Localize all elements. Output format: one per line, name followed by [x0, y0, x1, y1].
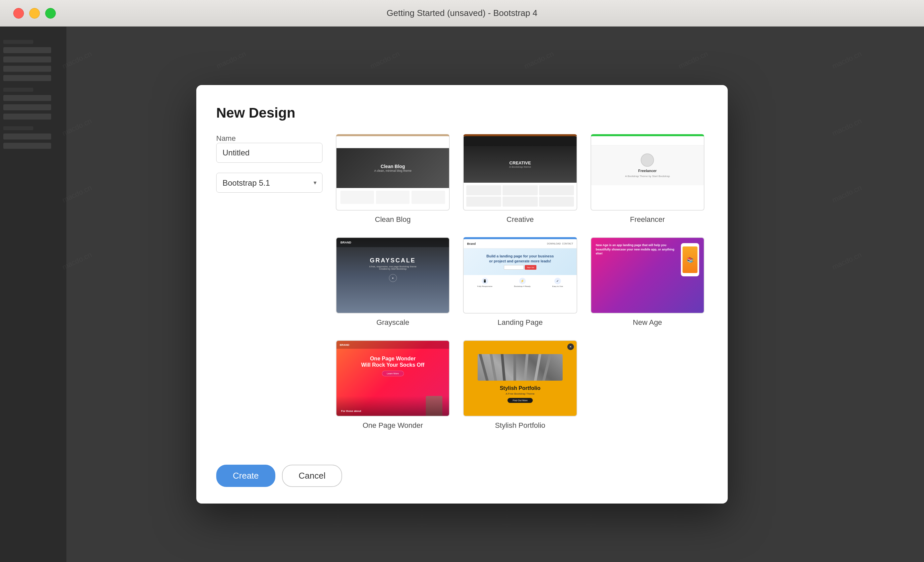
sidebar-item[interactable] — [3, 143, 51, 149]
template-item-clean-blog[interactable]: Clean Blog A clean, minimal blog theme C… — [336, 134, 450, 224]
template-thumb-newage[interactable]: New Age is an app landing page that will… — [591, 237, 705, 313]
sidebar-item[interactable] — [3, 75, 51, 81]
sidebar — [0, 27, 66, 562]
template-item-one-page-wonder[interactable]: BRAND One Page WonderWill Rock Your Sock… — [336, 340, 450, 430]
left-panel: Name Bootstrap 4 Bootstrap 5.1 Bootstrap… — [216, 134, 322, 455]
template-thumb-stylish-portfolio[interactable]: ✕ — [463, 340, 577, 417]
sidebar-item[interactable] — [3, 57, 51, 63]
sidebar-section — [3, 126, 33, 130]
template-grid-panel[interactable]: Clean Blog A clean, minimal blog theme C… — [336, 134, 708, 455]
sidebar-item[interactable] — [3, 114, 51, 120]
sidebar-item[interactable] — [3, 66, 51, 72]
sidebar-section — [3, 88, 33, 92]
template-name-freelancer: Freelancer — [630, 215, 665, 224]
template-name-clean-blog: Clean Blog — [375, 215, 411, 224]
fullscreen-button[interactable] — [45, 8, 56, 19]
sidebar-item[interactable] — [3, 133, 51, 139]
template-thumb-one-page-wonder[interactable]: BRAND One Page WonderWill Rock Your Sock… — [336, 340, 450, 417]
new-design-modal: New Design Name Bootstrap 4 Bootstrap 5.… — [196, 85, 728, 504]
template-name-new-age: New Age — [633, 318, 662, 327]
template-thumb-clean-blog[interactable]: Clean Blog A clean, minimal blog theme — [336, 134, 450, 211]
watermark-text: macdo.cn — [763, 198, 924, 324]
sidebar-item[interactable] — [3, 95, 51, 101]
watermark-text: macdo.cn — [763, 131, 924, 257]
cancel-button[interactable]: Cancel — [282, 465, 342, 487]
template-name-grayscale: Grayscale — [376, 318, 409, 327]
template-item-creative[interactable]: CREATIVE A Bootstrap theme — [463, 134, 577, 224]
template-item-grayscale[interactable]: BRAND GRAYSCALE A free, responsive, one … — [336, 237, 450, 327]
modal-footer: Create Cancel — [216, 465, 708, 487]
template-thumb-freelancer[interactable]: Freelancer A Bootstrap Theme by Start Bo… — [591, 134, 705, 211]
template-thumb-creative[interactable]: CREATIVE A Bootstrap theme — [463, 134, 577, 211]
name-input[interactable] — [216, 143, 322, 163]
watermark-text: macdo.cn — [763, 27, 924, 123]
sidebar-item[interactable] — [3, 104, 51, 110]
template-grid: Clean Blog A clean, minimal blog theme C… — [336, 134, 705, 436]
framework-select[interactable]: Bootstrap 4 Bootstrap 5.1 Bootstrap 5.2 … — [216, 173, 322, 193]
template-thumb-landing[interactable]: Brand DOWNLOAD CONTACT Build a landing p… — [463, 237, 577, 313]
sidebar-section — [3, 40, 33, 44]
template-item-landing-page[interactable]: Brand DOWNLOAD CONTACT Build a landing p… — [463, 237, 577, 327]
window-title: Getting Started (unsaved) - Bootstrap 4 — [387, 8, 537, 18]
close-button[interactable] — [13, 8, 24, 19]
template-thumb-grayscale[interactable]: BRAND GRAYSCALE A free, responsive, one … — [336, 237, 450, 313]
template-item-stylish-portfolio[interactable]: ✕ — [463, 340, 577, 430]
minimize-button[interactable] — [29, 8, 40, 19]
template-name-stylish-portfolio: Stylish Portfolio — [495, 421, 545, 430]
watermark-text: macdo.cn — [763, 64, 924, 190]
app-body: macdo.cn macdo.cn macdo.cn macdo.cn macd… — [0, 27, 924, 562]
modal-title: New Design — [216, 105, 708, 121]
template-item-freelancer[interactable]: Freelancer A Bootstrap Theme by Start Bo… — [591, 134, 705, 224]
sidebar-item[interactable] — [3, 47, 51, 53]
titlebar: Getting Started (unsaved) - Bootstrap 4 — [0, 0, 924, 27]
name-label: Name — [216, 134, 236, 142]
template-name-one-page-wonder: One Page Wonder — [363, 421, 423, 430]
modal-body: Name Bootstrap 4 Bootstrap 5.1 Bootstrap… — [216, 134, 708, 455]
template-item-new-age[interactable]: New Age is an app landing page that will… — [591, 237, 705, 327]
template-name-landing-page: Landing Page — [498, 318, 543, 327]
create-button[interactable]: Create — [216, 465, 275, 487]
framework-select-wrapper: Bootstrap 4 Bootstrap 5.1 Bootstrap 5.2 … — [216, 173, 322, 193]
traffic-lights — [13, 8, 56, 19]
template-name-creative: Creative — [507, 215, 534, 224]
selected-indicator: ✕ — [567, 343, 574, 350]
